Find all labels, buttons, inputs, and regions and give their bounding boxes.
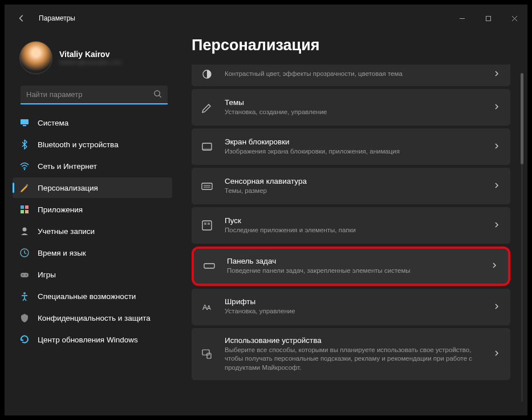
svg-point-2: [155, 91, 160, 96]
accessibility-icon: [19, 291, 30, 301]
nav-label: Учетные записи: [38, 227, 95, 236]
chevron-right-icon: [493, 349, 500, 359]
nav-label: Персонализация: [38, 184, 98, 192]
page-title: Персонализация: [192, 37, 514, 54]
nav-label: Игры: [38, 270, 56, 279]
usage-icon: [201, 348, 213, 360]
touchkb-icon: [201, 180, 213, 192]
svg-point-16: [26, 274, 27, 276]
setting-desc: Изображения экрана блокировки, приложени…: [225, 147, 482, 156]
svg-line-3: [159, 95, 161, 97]
back-button[interactable]: [13, 9, 31, 27]
chevron-right-icon: [493, 69, 500, 79]
svg-point-17: [23, 292, 26, 294]
gaming-icon: [19, 269, 30, 280]
nav-item-privacy[interactable]: Конфиденциальность и защита: [13, 308, 172, 328]
nav-label: Специальные возможности: [38, 292, 136, 301]
svg-rect-20: [202, 148, 212, 150]
nav-label: Конфиденциальность и защита: [38, 314, 151, 322]
svg-rect-5: [23, 125, 26, 126]
setting-title: Шрифты: [225, 297, 482, 306]
scrollbar-thumb[interactable]: [521, 73, 523, 164]
svg-rect-21: [202, 183, 212, 189]
chevron-right-icon: [493, 220, 500, 231]
setting-taskbar[interactable]: Панель задачПоведение панели задач, закр…: [192, 247, 510, 286]
nav-item-bluetooth[interactable]: Bluetooth и устройства: [13, 134, 172, 155]
nav-item-apps[interactable]: Приложения: [13, 199, 172, 220]
svg-rect-26: [208, 223, 210, 225]
svg-rect-27: [204, 264, 214, 268]
setting-desc: Поведение панели задач, закрепленные эле…: [227, 266, 480, 276]
minimize-button[interactable]: [449, 9, 475, 27]
setting-desc: Выберите все способы, которыми вы планир…: [225, 346, 482, 373]
profile-name: Vitaliy Kairov: [59, 50, 122, 59]
setting-fonts[interactable]: AAШрифтыУстановка, управление: [192, 289, 510, 325]
setting-desc: Контрастный цвет, эффекты прозрачности, …: [225, 70, 482, 79]
setting-desc: Темы, размер: [225, 187, 482, 196]
avatar: [19, 41, 52, 74]
setting-start[interactable]: ПускПоследние приложения и элементы, пап…: [192, 207, 510, 244]
nav-item-personalization[interactable]: Персонализация: [13, 177, 172, 198]
privacy-icon: [19, 313, 30, 323]
search-input[interactable]: [21, 86, 168, 104]
svg-rect-1: [486, 16, 490, 21]
accounts-icon: [19, 226, 30, 236]
app-title: Параметры: [39, 14, 75, 22]
titlebar: Параметры: [5, 5, 527, 32]
update-icon: [19, 334, 30, 345]
time-icon: [19, 248, 30, 258]
setting-touchkb[interactable]: Сенсорная клавиатураТемы, размер: [192, 168, 510, 204]
nav-item-accessibility[interactable]: Специальные возможности: [13, 286, 172, 306]
nav-label: Время и язык: [38, 249, 86, 257]
svg-point-15: [22, 274, 23, 276]
svg-rect-25: [204, 223, 206, 225]
nav-item-gaming[interactable]: Игры: [13, 264, 172, 285]
taskbar-icon: [203, 260, 216, 272]
setting-title: Пуск: [225, 216, 482, 225]
setting-lockscreen[interactable]: Экран блокировкиИзображения экрана блоки…: [192, 128, 510, 165]
nav-item-update[interactable]: Центр обновления Windows: [13, 329, 172, 350]
system-icon: [19, 118, 30, 128]
maximize-button[interactable]: [475, 9, 501, 27]
profile[interactable]: Vitaliy Kairov hidden@example.com: [13, 37, 176, 83]
profile-email: hidden@example.com: [59, 59, 122, 66]
themes-icon: [201, 101, 213, 114]
personalization-icon: [19, 183, 30, 193]
setting-desc: Последние приложения и элементы, папки: [225, 226, 482, 235]
svg-rect-24: [202, 221, 212, 230]
fonts-icon: AA: [201, 301, 213, 313]
svg-text:A: A: [207, 305, 211, 311]
svg-rect-4: [21, 119, 29, 124]
setting-contrast[interactable]: Контрастный цвет, эффекты прозрачности, …: [192, 64, 510, 86]
setting-themes[interactable]: ТемыУстановка, создание, управление: [192, 89, 510, 126]
main-panel: Персонализация Контрастный цвет, эффекты…: [176, 32, 527, 415]
nav-item-accounts[interactable]: Учетные записи: [13, 221, 172, 241]
nav-label: Приложения: [38, 205, 83, 214]
wifi-icon: [19, 161, 30, 171]
bluetooth-icon: [19, 139, 30, 150]
nav-label: Bluetooth и устройства: [38, 140, 119, 149]
chevron-right-icon: [493, 142, 500, 152]
sidebar: Vitaliy Kairov hidden@example.com Систем…: [5, 32, 176, 415]
setting-title: Панель задач: [227, 257, 480, 265]
lockscreen-icon: [201, 140, 213, 153]
nav-item-wifi[interactable]: Сеть и Интернет: [13, 156, 172, 176]
nav-label: Система: [38, 119, 68, 127]
svg-rect-30: [202, 350, 209, 355]
chevron-right-icon: [493, 102, 500, 112]
close-button[interactable]: [501, 9, 527, 27]
nav-label: Сеть и Интернет: [38, 162, 97, 171]
setting-usage[interactable]: Использование устройстваВыберите все спо…: [192, 328, 510, 381]
chevron-right-icon: [491, 261, 498, 271]
svg-rect-8: [21, 205, 24, 209]
nav-item-system[interactable]: Система: [13, 112, 172, 133]
setting-title: Использование устройства: [225, 336, 482, 345]
nav-item-time[interactable]: Время и язык: [13, 243, 172, 263]
setting-title: Темы: [225, 98, 482, 107]
search-icon: [153, 90, 162, 100]
svg-rect-11: [25, 210, 29, 213]
svg-point-12: [23, 228, 27, 232]
svg-rect-9: [25, 205, 29, 209]
nav-label: Центр обновления Windows: [38, 336, 138, 344]
start-icon: [201, 219, 213, 232]
